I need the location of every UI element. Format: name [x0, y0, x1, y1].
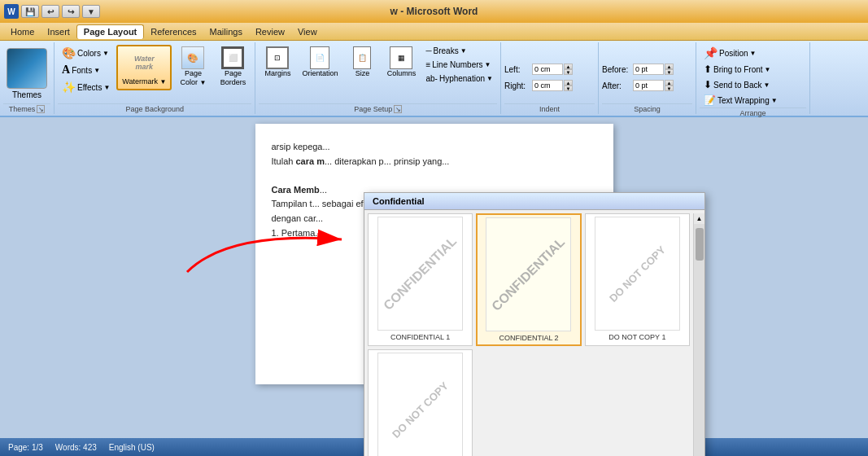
- menu-view[interactable]: View: [291, 25, 324, 38]
- page-setup-top: ⊡ Margins 📄 Orientation 📋 Size ▦ Columns…: [259, 45, 497, 103]
- spacing-before-label: Before:: [602, 65, 631, 74]
- spacing-before-row: Before: ▲ ▼: [602, 64, 674, 75]
- bring-to-front-button[interactable]: ⬆ Bring to Front ▼: [700, 62, 782, 77]
- indent-left-arrows: ▲ ▼: [564, 64, 573, 75]
- columns-button[interactable]: ▦ Columns: [382, 45, 420, 79]
- page-color-button[interactable]: 🎨 PageColor ▼: [174, 45, 212, 89]
- status-page: Page: 1/3: [8, 443, 43, 452]
- indent-right-input[interactable]: [532, 80, 563, 91]
- indent-left-up[interactable]: ▲: [564, 64, 573, 69]
- fonts-button[interactable]: A Fonts ▼: [58, 62, 114, 78]
- indent-left-input[interactable]: [532, 64, 563, 75]
- redo-btn[interactable]: ↪: [62, 5, 80, 18]
- breaks-group: ─Breaks▼ ≡Line Numbers▼ ab-Hyphenation▼: [421, 45, 497, 85]
- menu-review[interactable]: Review: [249, 25, 291, 38]
- watermark-button[interactable]: Watermark Watermark ▼: [116, 45, 172, 90]
- spacing-label: Spacing: [602, 103, 692, 114]
- position-button[interactable]: 📌 Position ▼: [700, 45, 782, 61]
- margins-icon: ⊡: [266, 46, 289, 69]
- colors-button[interactable]: 🎨 Colors ▼: [58, 45, 114, 61]
- indent-label: Indent: [504, 103, 595, 114]
- indent-left-field: ▲ ▼: [532, 64, 573, 75]
- indent-right-down[interactable]: ▼: [564, 86, 573, 91]
- undo-btn[interactable]: ↩: [41, 5, 59, 18]
- page-background-top: 🎨 Colors ▼ A Fonts ▼ ✨ Effects ▼: [58, 45, 251, 103]
- arrange-col: 📌 Position ▼ ⬆ Bring to Front ▼ ⬇ Send t…: [700, 45, 782, 107]
- indent-left-label: Left:: [504, 65, 530, 74]
- watermark-panel-header: Confidential: [364, 193, 704, 210]
- doc-text-1: arsip kepega...: [272, 140, 597, 155]
- watermark-confidential1[interactable]: CONFIDENTIAL CONFIDENTIAL 1: [368, 213, 473, 346]
- scroll-up-btn[interactable]: ▲: [695, 213, 704, 224]
- themes-button[interactable]: Themes: [3, 45, 50, 103]
- spacing-before-field: ▲ ▼: [633, 64, 674, 75]
- spacing-before-down[interactable]: ▼: [665, 69, 674, 75]
- indent-right-field: ▲ ▼: [532, 80, 573, 91]
- word-icon: W: [4, 4, 19, 19]
- hyphenation-button[interactable]: ab-Hyphenation▼: [421, 72, 497, 85]
- watermark-donotcopy2[interactable]: DO NOT COPY DO NOT COPY 2: [368, 349, 473, 456]
- page-setup-group: ⊡ Margins 📄 Orientation 📋 Size ▦ Columns…: [255, 42, 501, 114]
- watermark-preview-dnc1: DO NOT COPY: [595, 217, 680, 331]
- quick-save-btn[interactable]: 💾: [21, 5, 39, 18]
- menu-mailings[interactable]: Mailings: [203, 25, 249, 38]
- send-to-back-button[interactable]: ⬇ Send to Back ▼: [700, 77, 782, 92]
- spacing-after-row: After: ▲ ▼: [602, 80, 674, 91]
- indent-group: Left: ▲ ▼ Right: ▲ ▼: [501, 42, 599, 114]
- menu-bar: Home Insert Page Layout References Maili…: [0, 23, 868, 41]
- indent-right-up[interactable]: ▲: [564, 80, 573, 86]
- text-wrapping-button[interactable]: 📝 Text Wrapping ▼: [700, 93, 782, 107]
- spacing-top: Before: ▲ ▼ After: ▲ ▼: [602, 45, 692, 103]
- line-numbers-button[interactable]: ≡Line Numbers▼: [421, 59, 497, 71]
- watermark-donotcopy1[interactable]: DO NOT COPY DO NOT COPY 1: [585, 213, 690, 346]
- main-area: arsip kepega... Itulah cara m... diterap…: [0, 117, 868, 438]
- size-button[interactable]: 📋 Size: [343, 45, 381, 79]
- breaks-button[interactable]: ─Breaks▼: [421, 45, 497, 57]
- size-label: Size: [355, 69, 370, 77]
- title-bar: W 💾 ↩ ↪ ▼ w - Microsoft Word: [0, 0, 868, 23]
- indent-left-down[interactable]: ▼: [564, 69, 573, 75]
- themes-expand[interactable]: ↘: [37, 105, 45, 113]
- doc-text-2: Itulah cara m... diterapkan p... prinsip…: [272, 155, 597, 169]
- spacing-before-input[interactable]: [633, 64, 664, 75]
- spacing-after-input[interactable]: [633, 80, 664, 91]
- spacing-before-arrows: ▲ ▼: [665, 64, 674, 75]
- ribbon: Themes Themes ↘ 🎨 Colors ▼ A Fonts ▼: [0, 41, 868, 117]
- menu-home[interactable]: Home: [4, 25, 41, 38]
- scroll-track: [694, 224, 704, 456]
- page-setup-label: Page Setup ↘: [259, 103, 497, 114]
- indent-left-row: Left: ▲ ▼: [504, 64, 573, 75]
- margins-label: Margins: [264, 69, 290, 77]
- watermark-label: Watermark ▼: [122, 78, 166, 86]
- menu-page-layout[interactable]: Page Layout: [76, 24, 144, 39]
- arrange-top: 📌 Position ▼ ⬆ Bring to Front ▼ ⬇ Send t…: [700, 45, 806, 107]
- themes-group-top: Themes: [3, 45, 50, 103]
- indent-right-row: Right: ▲ ▼: [504, 80, 573, 91]
- panel-scrollbar: ▲ ▼: [693, 213, 704, 456]
- themes-group: Themes Themes ↘: [0, 42, 55, 114]
- margins-button[interactable]: ⊡ Margins: [259, 45, 296, 79]
- scroll-thumb[interactable]: [696, 228, 704, 261]
- menu-insert[interactable]: Insert: [41, 25, 76, 38]
- orientation-icon: 📄: [310, 46, 329, 69]
- menu-references[interactable]: References: [144, 25, 203, 38]
- watermark-text-conf2: CONFIDENTIAL: [490, 235, 569, 314]
- orientation-button[interactable]: 📄 Orientation: [298, 45, 342, 79]
- spacing-after-label: After:: [602, 81, 631, 90]
- watermark-grid: CONFIDENTIAL CONFIDENTIAL 1 CONFIDENTIAL…: [364, 210, 704, 456]
- more-btn[interactable]: ▼: [82, 5, 100, 18]
- spacing-after-down[interactable]: ▼: [665, 86, 674, 91]
- spacing-after-up[interactable]: ▲: [665, 80, 674, 86]
- page-borders-button[interactable]: ⬜ PageBorders: [214, 45, 251, 89]
- columns-icon: ▦: [390, 46, 412, 69]
- watermark-text-dnc2: DO NOT COPY: [390, 379, 451, 441]
- indent-right-arrows: ▲ ▼: [564, 80, 573, 91]
- indent-top: Left: ▲ ▼ Right: ▲ ▼: [504, 45, 595, 103]
- spacing-before-up[interactable]: ▲: [665, 64, 674, 69]
- spacing-after-arrows: ▲ ▼: [665, 80, 674, 91]
- indent-right-label: Right:: [504, 81, 530, 90]
- effects-button[interactable]: ✨ Effects ▼: [58, 79, 114, 95]
- watermark-text-conf1: CONFIDENTIAL: [381, 235, 460, 314]
- watermark-confidential2[interactable]: CONFIDENTIAL CONFIDENTIAL 2: [476, 213, 581, 346]
- page-setup-expand[interactable]: ↘: [394, 105, 402, 113]
